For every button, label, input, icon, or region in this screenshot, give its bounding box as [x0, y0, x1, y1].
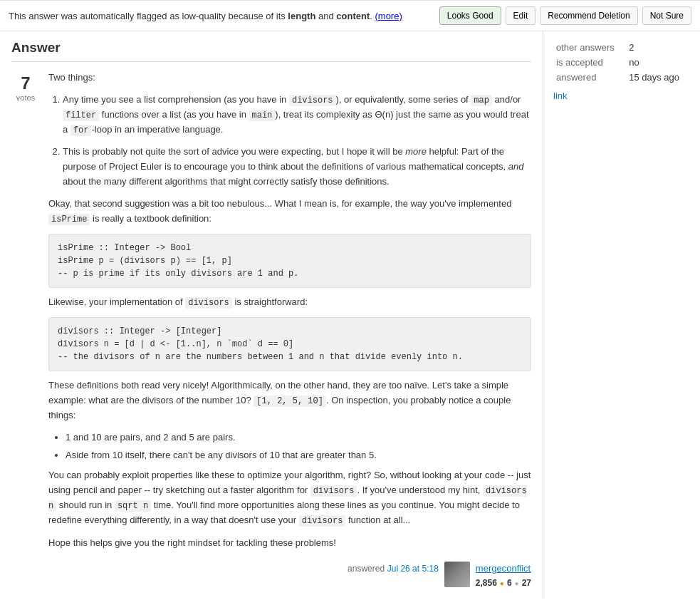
user-info: mergeconflict 2,856 ● 6 ● 27: [476, 562, 531, 590]
list-item-1: Any time you see a list comprehension (a…: [63, 93, 531, 138]
bullet-1: 1 and 10 are pairs, and 2 and 5 are pair…: [66, 430, 531, 445]
answer-content: Two things: Any time you see a list comp…: [48, 71, 531, 590]
username-link[interactable]: mergeconflict: [476, 562, 531, 577]
recommend-deletion-button[interactable]: Recommend Deletion: [540, 6, 637, 25]
item1-and: and/or: [492, 94, 521, 105]
item2-em: more: [405, 146, 427, 157]
code-block-1: isPrime :: Integer -> Bool isPrime p = (…: [48, 234, 531, 288]
item1-code5: for: [70, 125, 92, 136]
para4-code: divisors: [310, 485, 357, 497]
main-list: Any time you see a list comprehension (a…: [63, 93, 531, 190]
para1: Okay, that second suggestion was a bit t…: [48, 197, 531, 227]
avatar: [444, 562, 470, 587]
vote-column: 7 votes: [11, 71, 40, 590]
item1-middle1: ), or equivalently, some series of: [336, 94, 471, 105]
para3-code: [1, 2, 5, 10]: [254, 396, 326, 407]
para2-end: is straightforward:: [232, 296, 308, 307]
banner-actions: Looks Good Edit Recommend Deletion Not S…: [439, 6, 691, 25]
para4-code4: divisors: [299, 515, 346, 527]
answered-row: answered 15 days ago: [553, 70, 690, 85]
para4-end2: function at all...: [345, 515, 410, 525]
user-reputation: 2,856 ● 6 ● 27: [476, 577, 531, 590]
gold-badge-count: 6: [507, 577, 512, 590]
answered-text: answered: [348, 564, 385, 574]
is-accepted-row: is accepted no: [553, 55, 690, 70]
intro-text: Two things:: [48, 72, 95, 83]
is-accepted-label: is accepted: [553, 55, 626, 70]
list-item-2: This is probably not quite the sort of a…: [63, 145, 531, 189]
para1-before: Okay, that second suggestion was a bit t…: [48, 198, 511, 209]
item2-end: about the many different algorithms that…: [63, 176, 390, 187]
item1-code3: filter: [63, 110, 99, 121]
item1-middle2: functions over a list (as you have in: [99, 109, 249, 120]
banner-bold-length: length: [288, 11, 315, 21]
sidebar-link-row: link: [553, 91, 690, 101]
banner-text-and: and: [315, 11, 336, 21]
item1-code2: map: [471, 95, 492, 106]
quality-banner: This answer was automatically flagged as…: [0, 0, 700, 31]
answered-label: answered: [553, 70, 626, 85]
para2-code: divisors: [185, 297, 232, 309]
para1-code: isPrime: [48, 214, 90, 225]
item1-code4: main: [249, 110, 276, 121]
bullet-list: 1 and 10 are pairs, and 2 and 5 are pair…: [66, 430, 531, 463]
intro-paragraph: Two things:: [48, 71, 531, 86]
item2-em2: and: [508, 161, 524, 172]
answered-val: 15 days ago: [626, 70, 690, 85]
item1-end: -loop in an imperative language.: [91, 124, 223, 135]
item2-before: This is probably not quite the sort of a…: [63, 146, 405, 157]
answer-footer: answered Jul 26 at 5:18 mergeconflict 2,…: [48, 562, 531, 590]
other-answers-row: other answers 2: [553, 40, 690, 55]
item1-before: Any time you see a list comprehension (a…: [63, 94, 289, 105]
banner-text-period: .: [370, 11, 372, 21]
silver-badge-count: 27: [522, 577, 531, 590]
para3: These definitions both read very nicely!…: [48, 378, 531, 423]
vote-count: 7: [21, 73, 30, 93]
item1-code1: divisors: [289, 95, 336, 106]
silver-badge-icon: ●: [515, 578, 519, 589]
banner-message: This answer was automatically flagged as…: [9, 11, 439, 21]
para4-middle: . If you've understood my hint,: [357, 485, 483, 495]
edit-button[interactable]: Edit: [506, 6, 536, 25]
is-accepted-val: no: [626, 55, 690, 70]
para4-middle2: should run in: [56, 500, 115, 510]
banner-text-before: This answer was automatically flagged as…: [9, 11, 288, 21]
answer-section: Answer 7 votes Two things: Any time you …: [0, 31, 543, 599]
banner-bold-content: content: [336, 11, 370, 21]
para4: You can probably exploit properties like…: [48, 468, 531, 528]
bullet-2: Aside from 10 itself, there can't be any…: [66, 448, 531, 463]
para2-before: Likewise, your implementation of: [48, 296, 185, 307]
vote-label: votes: [16, 93, 35, 102]
sidebar-table: other answers 2 is accepted no answered …: [553, 40, 690, 85]
answer-body: 7 votes Two things: Any time you see a l…: [11, 71, 531, 590]
para2: Likewise, your implementation of divisor…: [48, 295, 531, 310]
banner-more-link[interactable]: (more): [375, 11, 402, 21]
avatar-image: [444, 562, 470, 587]
not-sure-button[interactable]: Not Sure: [642, 6, 691, 25]
user-card: mergeconflict 2,856 ● 6 ● 27: [444, 562, 531, 590]
rep-score: 2,856: [476, 577, 497, 590]
answered-date: Jul 26 at 5:18: [387, 564, 439, 574]
para1-end: is really a textbook definition:: [90, 213, 211, 224]
code-block-2: divisors :: Integer -> [Integer] divisor…: [48, 317, 531, 371]
other-answers-val: 2: [626, 40, 690, 55]
looks-good-button[interactable]: Looks Good: [439, 6, 501, 25]
other-answers-label: other answers: [553, 40, 626, 55]
answered-info: answered Jul 26 at 5:18: [348, 562, 439, 577]
sidebar: other answers 2 is accepted no answered …: [543, 31, 700, 599]
sidebar-link[interactable]: link: [553, 91, 568, 101]
gold-badge-icon: ●: [500, 578, 504, 589]
answer-heading: Answer: [11, 40, 531, 62]
page-layout: Answer 7 votes Two things: Any time you …: [0, 31, 700, 599]
para5: Hope this helps give you the right minds…: [48, 536, 531, 551]
para4-code3: sqrt n: [115, 500, 151, 512]
